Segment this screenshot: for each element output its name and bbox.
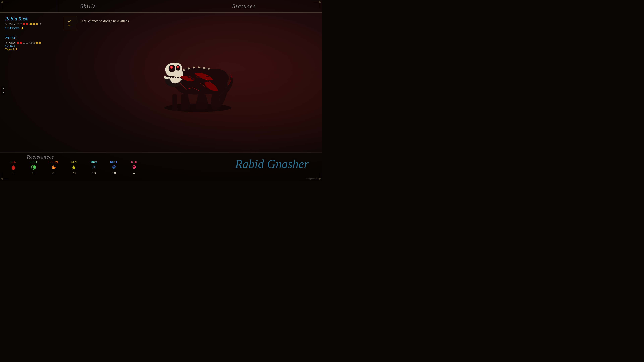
skill-fetch-type: Melee <box>9 41 16 44</box>
svg-point-15 <box>177 66 178 67</box>
svg-rect-23 <box>133 168 134 169</box>
nav-up-button[interactable]: ▲ <box>2 87 5 90</box>
res-mov-label: MOV <box>90 161 97 164</box>
rank-dot-2 <box>20 23 22 25</box>
level-dot-3 <box>36 23 38 25</box>
level-dot-2 <box>32 23 35 25</box>
res-burn-icon <box>51 164 57 170</box>
svg-marker-19 <box>72 165 76 170</box>
nav-arrows[interactable]: ▲ ▼ <box>1 85 5 95</box>
sword-icon-2: 🗡 <box>4 41 8 44</box>
fetch-rank-dot-2 <box>20 41 22 44</box>
res-dth-value: -- <box>133 171 136 175</box>
skill-fetch-level-dots <box>30 41 41 44</box>
creature-area <box>67 12 322 152</box>
res-blgt-icon <box>30 164 36 170</box>
svg-rect-10 <box>181 94 186 109</box>
rank-dot-4 <box>26 23 28 25</box>
res-blgt-value: 40 <box>32 171 36 175</box>
svg-rect-24 <box>134 168 135 169</box>
skill-fetch[interactable]: Fetch 🗡 Melee Self:Back Target:Pull <box>5 34 59 51</box>
svg-point-25 <box>133 166 134 167</box>
res-dth-icon <box>131 164 137 170</box>
fetch-rank-dot-4 <box>26 41 28 44</box>
fetch-level-dot-3 <box>36 41 38 44</box>
skill-rabid-rush-type-row: 🗡 Melee <box>5 23 59 26</box>
svg-point-13 <box>171 66 172 68</box>
resistance-dbff: DBFF 10 <box>104 161 124 175</box>
res-bld-icon <box>10 164 16 170</box>
skill-rabid-rush[interactable]: Rabid Rush 🗡 Melee Self:Forward 🌙 <box>5 16 59 29</box>
skill-fetch-meta1: Self:Back <box>5 45 59 48</box>
svg-point-22 <box>132 165 136 169</box>
rank-dot-1 <box>17 23 19 25</box>
skill-fetch-type-row: 🗡 Melee <box>5 41 59 44</box>
statuses-title: Statuses <box>232 3 256 9</box>
fetch-level-dot-4 <box>38 41 41 44</box>
resistance-stn: STN 20 <box>64 161 84 175</box>
svg-rect-11 <box>180 107 186 110</box>
header: Skills Statuses <box>0 0 322 12</box>
skill-rabid-rush-rank-dots <box>17 23 28 25</box>
res-dbff-icon <box>111 164 117 170</box>
res-dbff-value: 10 <box>112 171 116 175</box>
svg-rect-8 <box>172 94 177 109</box>
sword-icon-1: 🗡 <box>4 22 8 26</box>
res-burn-label: BURN <box>50 161 58 164</box>
res-bld-label: BLD <box>10 161 16 164</box>
statuses-section-header: Statuses <box>166 3 322 10</box>
res-bld-value: 30 <box>12 171 15 175</box>
skill-fetch-rank-dots <box>17 41 28 44</box>
fetch-rank-dot-3 <box>23 41 25 44</box>
svg-point-26 <box>134 166 135 167</box>
resistance-blgt: BLGT 40 <box>24 161 44 175</box>
res-dbff-label: DBFF <box>110 161 118 164</box>
res-stn-icon <box>71 164 77 170</box>
creature-illustration <box>146 49 243 116</box>
skill-fetch-name: Fetch <box>5 34 59 40</box>
svg-point-18 <box>33 166 34 168</box>
res-stn-label: STN <box>71 161 77 164</box>
nav-down-button[interactable]: ▼ <box>2 91 5 94</box>
resistances-grid: BLD 30 BLGT 40 BURN 20 STN <box>0 161 322 175</box>
skill-rabid-rush-level-dots <box>30 23 41 25</box>
level-dot-4 <box>38 23 41 25</box>
res-burn-value: 20 <box>52 171 56 175</box>
skills-section-header: Skills <box>0 3 166 10</box>
fetch-level-dot-1 <box>30 41 32 44</box>
skill-rabid-rush-type: Melee <box>9 23 16 26</box>
svg-rect-9 <box>172 108 178 111</box>
rank-dot-3 <box>23 23 25 25</box>
resistance-mov: MOV 10 <box>84 161 104 175</box>
skill-rabid-rush-meta: Self:Forward 🌙 <box>5 26 59 29</box>
skill-fetch-meta2: Target:Pull <box>5 48 59 51</box>
skill-rabid-rush-name: Rabid Rush <box>5 16 59 22</box>
svg-marker-21 <box>113 166 115 168</box>
skills-panel: Rabid Rush 🗡 Melee Self:Forward 🌙 Fetch <box>0 12 64 59</box>
fetch-rank-dot-1 <box>17 41 19 44</box>
res-dth-label: DTH <box>131 161 137 164</box>
skills-title: Skills <box>80 3 96 9</box>
dev-build-label: Development Build <box>304 178 320 180</box>
res-blgt-label: BLGT <box>30 161 38 164</box>
res-stn-value: 20 <box>72 171 76 175</box>
res-mov-icon <box>91 164 97 170</box>
level-dot-1 <box>30 23 32 25</box>
resistances-title: Resistances <box>0 153 322 161</box>
resistance-dth: DTH -- <box>124 161 144 175</box>
res-mov-value: 10 <box>92 171 96 175</box>
resistances-section: Resistances BLD 30 BLGT 40 BURN 2 <box>0 152 322 181</box>
resistance-bld: BLD 30 <box>3 161 24 175</box>
resistance-burn: BURN 20 <box>44 161 64 175</box>
fetch-level-dot-2 <box>32 41 35 44</box>
moon-meta-icon: 🌙 <box>20 26 23 29</box>
